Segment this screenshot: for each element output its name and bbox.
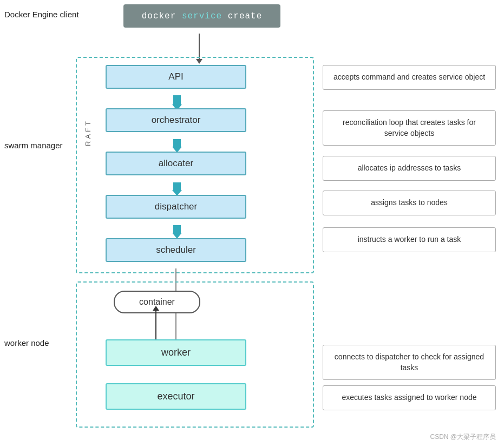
dispatcher-box: dispatcher — [106, 195, 246, 219]
api-box: API — [106, 65, 246, 89]
desc-api: accepts command and creates service obje… — [323, 65, 496, 90]
arrow-cmd-to-swarm — [199, 34, 200, 60]
docker-client-label: Docker Engine client — [4, 10, 79, 19]
desc-dispatcher: assigns tasks to nodes — [323, 191, 496, 215]
desc-worker: connects to dispatcher to check for assi… — [323, 345, 496, 380]
worker-node-label: worker node — [4, 338, 49, 347]
service-word: service — [182, 11, 222, 21]
desc-orchestrator: reconciliation loop that creates tasks f… — [323, 110, 496, 146]
desc-allocater: allocates ip addresses to tasks — [323, 156, 496, 181]
arrow-worker-container — [155, 310, 156, 339]
docker-cmd-text: docker service create — [142, 11, 263, 21]
docker-cmd-box: docker service create — [123, 4, 280, 28]
watermark: CSDN @大梁子程序员 — [430, 432, 496, 442]
desc-scheduler: instructs a worker to run a task — [323, 227, 496, 252]
allocater-box: allocater — [106, 152, 246, 175]
raft-label: RAFT — [84, 119, 92, 146]
diagram-container: Docker Engine client docker service crea… — [0, 0, 504, 446]
executor-box: executor — [106, 383, 246, 410]
orchestrator-box: orchestrator — [106, 108, 246, 132]
scheduler-box: scheduler — [106, 238, 246, 262]
desc-executor: executes tasks assigned to worker node — [323, 385, 496, 410]
worker-box: worker — [106, 339, 246, 366]
swarm-manager-label: swarm manager — [4, 141, 63, 150]
arrow-dispatcher-scheduler — [171, 225, 183, 239]
